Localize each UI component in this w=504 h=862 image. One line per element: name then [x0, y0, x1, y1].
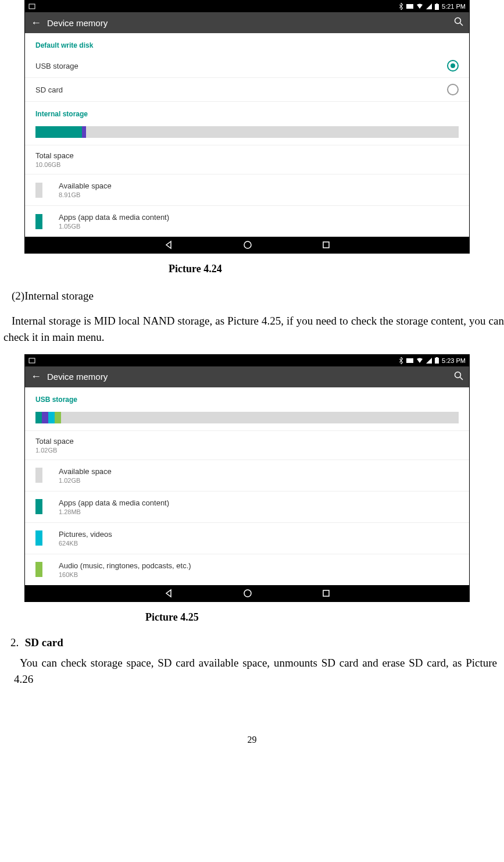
- svg-rect-0: [29, 4, 35, 9]
- color-swatch: [35, 468, 42, 483]
- svg-rect-8: [29, 358, 35, 363]
- color-swatch: [35, 214, 42, 229]
- section-usb-storage: USB storage: [25, 387, 469, 408]
- color-swatch: [35, 183, 42, 198]
- app-bar: ← Device memory: [25, 12, 469, 33]
- settings-content: USB storage Total space 1.02GB Available…: [25, 387, 469, 585]
- item-value: 160KB: [59, 571, 191, 578]
- nav-bar: [25, 585, 469, 601]
- back-button[interactable]: ←: [31, 371, 47, 383]
- app-bar: ← Device memory: [25, 366, 469, 387]
- color-swatch: [35, 530, 42, 546]
- item-value: 1.02GB: [59, 477, 112, 484]
- screenshot-device-memory-2: 5:23 PM ← Device memory USB storage Tota…: [24, 354, 470, 602]
- bar-segment: [35, 412, 42, 423]
- storage-item[interactable]: Apps (app data & media content)1.05GB: [25, 206, 469, 237]
- page-number: 29: [0, 735, 504, 745]
- bar-segment: [61, 412, 459, 423]
- item-title: Available space: [59, 467, 112, 476]
- bar-segment: [86, 126, 459, 138]
- keyboard-icon: [406, 4, 413, 9]
- paragraph-internal-storage-body: Internal storage is MID local NAND stora…: [3, 313, 504, 346]
- nav-recent-button[interactable]: [322, 241, 330, 249]
- svg-point-6: [244, 241, 251, 248]
- total-space-row[interactable]: Total space 1.02GB: [25, 431, 469, 460]
- bluetooth-icon: [399, 357, 403, 364]
- paragraph-internal-storage-heading: (2)Internal storage: [12, 288, 502, 305]
- total-space-label: Total space: [35, 151, 459, 160]
- status-bar: 5:23 PM: [25, 355, 469, 366]
- total-space-value: 1.02GB: [35, 447, 459, 454]
- notification-icon: [28, 358, 35, 364]
- nav-back-button[interactable]: [164, 240, 173, 250]
- bar-segment: [82, 126, 86, 138]
- document-page: 5:21 PM ← Device memory Default write di…: [0, 0, 504, 768]
- svg-rect-2: [435, 4, 439, 10]
- storage-bar-container: [25, 123, 469, 145]
- back-button[interactable]: ←: [31, 17, 47, 29]
- svg-point-14: [244, 590, 251, 597]
- notification-icon: [28, 3, 35, 9]
- app-bar-title: Device memory: [47, 372, 447, 382]
- item-value: 8.91GB: [59, 191, 112, 198]
- status-bar: 5:21 PM: [25, 1, 469, 12]
- battery-icon: [435, 357, 439, 364]
- status-time: 5:23 PM: [442, 357, 466, 364]
- svg-rect-10: [435, 358, 439, 364]
- nav-recent-button[interactable]: [322, 589, 330, 597]
- keyboard-icon: [406, 358, 413, 363]
- bar-segment: [55, 412, 61, 423]
- item-title: Available space: [59, 181, 112, 190]
- storage-usage-bar: [35, 412, 459, 423]
- app-bar-title: Device memory: [47, 18, 447, 28]
- storage-item[interactable]: Pictures, videos624KB: [25, 523, 469, 554]
- nav-home-button[interactable]: [243, 589, 252, 598]
- total-space-row[interactable]: Total space 10.06GB: [25, 145, 469, 174]
- total-space-label: Total space: [35, 437, 459, 446]
- battery-icon: [435, 3, 439, 10]
- paragraph-sd-card: You can check storage space, SD card ava…: [14, 655, 497, 688]
- storage-usage-bar: [35, 126, 459, 138]
- figure-caption-a: Picture 4.24: [169, 263, 504, 275]
- nav-back-button[interactable]: [164, 589, 173, 598]
- signal-icon: [426, 3, 432, 9]
- search-button[interactable]: [447, 371, 463, 383]
- option-usb-storage[interactable]: USB storage: [25, 54, 469, 78]
- svg-line-5: [460, 23, 463, 26]
- item-title: Apps (app data & media content): [59, 213, 169, 222]
- option-sd-card[interactable]: SD card: [25, 78, 469, 102]
- nav-home-button[interactable]: [243, 240, 252, 250]
- svg-point-12: [455, 372, 461, 377]
- storage-item[interactable]: Apps (app data & media content)1.28MB: [25, 491, 469, 523]
- storage-item[interactable]: Available space1.02GB: [25, 460, 469, 491]
- bar-segment: [48, 412, 55, 423]
- item-title: Apps (app data & media content): [59, 498, 169, 507]
- storage-items: Available space1.02GBApps (app data & me…: [25, 460, 469, 585]
- item-value: 1.05GB: [59, 223, 169, 230]
- heading-number: 2.: [10, 636, 22, 649]
- storage-item[interactable]: Audio (music, ringtones, podcasts, etc.)…: [25, 554, 469, 585]
- svg-rect-3: [436, 3, 438, 4]
- color-swatch: [35, 562, 42, 577]
- storage-items: Available space8.91GBApps (app data & me…: [25, 174, 469, 237]
- signal-icon: [426, 358, 432, 364]
- svg-rect-1: [406, 4, 413, 9]
- storage-bar-container: [25, 408, 469, 431]
- heading-text: SD card: [25, 636, 63, 649]
- svg-point-4: [455, 18, 461, 24]
- section-default-write-disk: Default write disk: [25, 33, 469, 54]
- svg-rect-9: [406, 358, 413, 363]
- option-label: USB storage: [35, 62, 447, 70]
- wifi-icon: [416, 358, 423, 364]
- option-label: SD card: [35, 86, 447, 94]
- radio-unselected[interactable]: [447, 84, 459, 95]
- color-swatch: [35, 499, 42, 514]
- bar-segment: [42, 412, 48, 423]
- screenshot-device-memory-1: 5:21 PM ← Device memory Default write di…: [24, 0, 470, 254]
- radio-selected[interactable]: [447, 60, 459, 72]
- section-internal-storage: Internal storage: [25, 102, 469, 123]
- storage-item[interactable]: Available space8.91GB: [25, 174, 469, 206]
- item-value: 624KB: [59, 540, 112, 547]
- search-button[interactable]: [447, 17, 463, 29]
- wifi-icon: [416, 3, 423, 9]
